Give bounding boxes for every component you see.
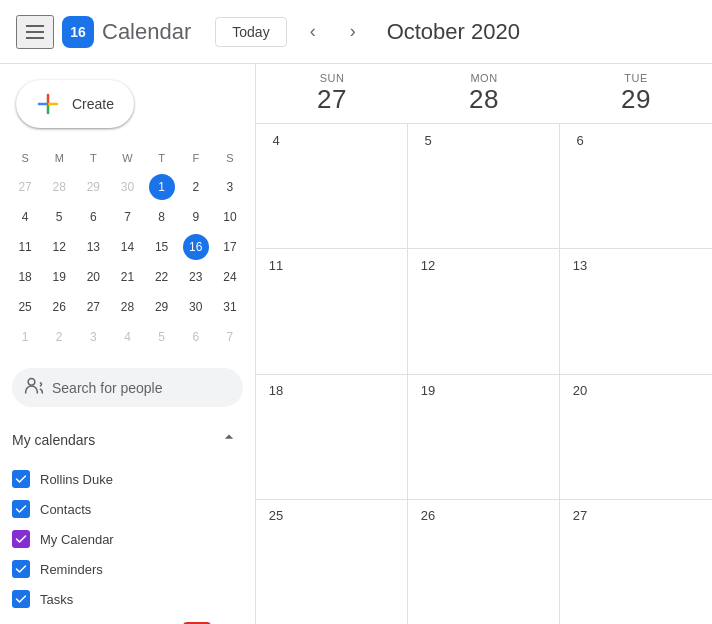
mini-cal-day-number: 29	[80, 174, 106, 200]
calendar-grid: SUN27MON28TUE29 456111213181920252627	[256, 64, 712, 624]
my-calendars-toggle-icon	[215, 423, 243, 456]
next-month-button[interactable]: ›	[335, 14, 371, 50]
mini-cal-day-cell[interactable]: 25	[8, 292, 42, 322]
prev-month-button[interactable]: ‹	[295, 14, 331, 50]
my-calendar-item[interactable]: Contacts	[0, 494, 255, 524]
calendar-day-number: 5	[416, 128, 440, 152]
mini-cal-day-number: 21	[114, 264, 140, 290]
mini-cal-day-number: 17	[217, 234, 243, 260]
mini-cal-week-row: 11121314151617	[8, 232, 247, 262]
mini-cal-day-cell[interactable]: 9	[179, 202, 213, 232]
calendar-day-cell[interactable]: 4	[256, 124, 408, 248]
mini-cal-day-number: 5	[46, 204, 72, 230]
mini-cal-day-cell[interactable]: 31	[213, 292, 247, 322]
mini-cal-week-row: 25262728293031	[8, 292, 247, 322]
mini-cal-day-cell[interactable]: 8	[145, 202, 179, 232]
mini-cal-day-cell[interactable]: 6	[179, 322, 213, 352]
calendar-item-name: Reminders	[40, 562, 103, 577]
mini-cal-day-number: 26	[46, 294, 72, 320]
mini-cal-day-cell[interactable]: 3	[76, 322, 110, 352]
mini-cal-day-cell[interactable]: 17	[213, 232, 247, 262]
create-button[interactable]: Create	[16, 80, 134, 128]
mini-cal-day-cell[interactable]: 4	[8, 202, 42, 232]
mini-cal-day-cell[interactable]: 29	[76, 172, 110, 202]
calendar-day-cell[interactable]: 25	[256, 500, 408, 624]
calendar-day-cell[interactable]: 11	[256, 249, 408, 373]
main-content: Create SMTWTFS 2728293012345678910111213…	[0, 64, 712, 624]
mini-cal-day-cell[interactable]: 27	[8, 172, 42, 202]
mini-cal-day-cell[interactable]: 3	[213, 172, 247, 202]
mini-cal-day-cell[interactable]: 24	[213, 262, 247, 292]
mini-cal-day-number: 5	[149, 324, 175, 350]
mini-cal-day-cell[interactable]: 15	[145, 232, 179, 262]
mini-cal-body: 2728293012345678910111213141516171819202…	[8, 172, 247, 352]
calendar-header-day: MON	[470, 72, 497, 84]
calendar-day-cell[interactable]: 20	[560, 375, 712, 499]
mini-cal-day-cell[interactable]: 20	[76, 262, 110, 292]
mini-cal-day-cell[interactable]: 13	[76, 232, 110, 262]
mini-cal-day-number: 1	[149, 174, 175, 200]
calendar-day-cell[interactable]: 12	[408, 249, 560, 373]
my-calendar-item[interactable]: Tasks	[0, 584, 255, 614]
mini-cal-day-number: 30	[183, 294, 209, 320]
calendar-checkbox	[12, 560, 30, 578]
my-calendars-title: My calendars	[12, 432, 95, 448]
calendar-day-cell[interactable]: 13	[560, 249, 712, 373]
mini-cal-day-cell[interactable]: 30	[179, 292, 213, 322]
today-button[interactable]: Today	[215, 17, 286, 47]
calendar-day-cell[interactable]: 6	[560, 124, 712, 248]
mini-cal-day-cell[interactable]: 2	[179, 172, 213, 202]
mini-cal-day-cell[interactable]: 28	[42, 172, 76, 202]
mini-cal-day-number: 2	[183, 174, 209, 200]
my-calendar-item[interactable]: My Calendar	[0, 524, 255, 554]
calendar-item-name: Tasks	[40, 592, 73, 607]
my-calendar-item[interactable]: Reminders	[0, 554, 255, 584]
mini-cal-day-header: T	[76, 144, 110, 172]
calendar-day-cell[interactable]: 5	[408, 124, 560, 248]
mini-cal-day-cell[interactable]: 29	[145, 292, 179, 322]
mini-cal-day-cell[interactable]: 30	[110, 172, 144, 202]
mini-cal-day-cell[interactable]: 28	[110, 292, 144, 322]
hamburger-menu-button[interactable]	[16, 15, 54, 49]
mini-cal-day-cell[interactable]: 4	[110, 322, 144, 352]
calendar-logo: 16	[62, 16, 94, 48]
svg-point-4	[28, 379, 35, 386]
mini-cal-day-cell[interactable]: 16	[179, 232, 213, 262]
search-people[interactable]: Search for people	[12, 368, 243, 407]
mini-cal-day-number: 31	[217, 294, 243, 320]
mini-cal-day-cell[interactable]: 23	[179, 262, 213, 292]
mini-cal-day-cell[interactable]: 5	[42, 202, 76, 232]
mini-cal-day-cell[interactable]: 21	[110, 262, 144, 292]
calendar-checkbox	[12, 530, 30, 548]
header: 16 Calendar Today ‹ › October 2020	[0, 0, 712, 64]
mini-cal-day-cell[interactable]: 27	[76, 292, 110, 322]
mini-cal-day-cell[interactable]: 22	[145, 262, 179, 292]
calendar-week-row: 111213	[256, 249, 712, 374]
mini-cal-day-cell[interactable]: 7	[213, 322, 247, 352]
mini-cal-day-cell[interactable]: 12	[42, 232, 76, 262]
mini-cal-day-number: 19	[46, 264, 72, 290]
mini-cal-day-cell[interactable]: 26	[42, 292, 76, 322]
mini-cal-day-cell[interactable]: 2	[42, 322, 76, 352]
mini-cal-day-cell[interactable]: 6	[76, 202, 110, 232]
mini-cal-day-cell[interactable]: 7	[110, 202, 144, 232]
mini-cal-day-number: 25	[12, 294, 38, 320]
calendar-day-number: 27	[568, 504, 592, 528]
calendar-day-number: 20	[568, 379, 592, 403]
mini-cal-day-cell[interactable]: 5	[145, 322, 179, 352]
mini-cal-day-number: 8	[149, 204, 175, 230]
calendar-day-cell[interactable]: 27	[560, 500, 712, 624]
calendar-day-cell[interactable]: 19	[408, 375, 560, 499]
mini-cal-day-cell[interactable]: 14	[110, 232, 144, 262]
calendar-day-cell[interactable]: 18	[256, 375, 408, 499]
my-calendars-section-header[interactable]: My calendars	[0, 415, 255, 464]
mini-cal-day-cell[interactable]: 11	[8, 232, 42, 262]
mini-cal-day-cell[interactable]: 19	[42, 262, 76, 292]
my-calendar-item[interactable]: Rollins Duke	[0, 464, 255, 494]
mini-cal-day-cell[interactable]: 10	[213, 202, 247, 232]
mini-cal-day-cell[interactable]: 1	[8, 322, 42, 352]
mini-cal-day-cell[interactable]: 18	[8, 262, 42, 292]
calendar-day-cell[interactable]: 26	[408, 500, 560, 624]
mini-cal-day-cell[interactable]: 1	[145, 172, 179, 202]
mini-cal-table: SMTWTFS 27282930123456789101112131415161…	[8, 144, 247, 352]
